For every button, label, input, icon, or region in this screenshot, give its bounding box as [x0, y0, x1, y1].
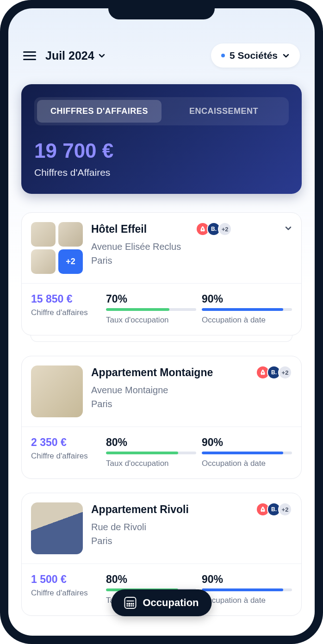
property-card-top: +2Hôtel EffeilB.+2Avenue Elisée ReclusPa… [22, 213, 301, 283]
property-title-row: Appartement RivoliB.+2 [91, 502, 292, 516]
platform-more[interactable]: +2 [218, 222, 232, 236]
progress-fill [202, 308, 283, 311]
summary-amount: 19 700 € [34, 139, 289, 162]
thumbnail [31, 365, 83, 417]
platform-more[interactable]: +2 [278, 365, 292, 379]
property-title: Appartement Montaigne [91, 366, 213, 379]
header: Juil 2024 5 Sociétés [21, 43, 302, 68]
metric: 1 500 €Chiffre d'affaires [31, 573, 100, 605]
property-title-row: Hôtel EffeilB.+2 [91, 222, 292, 236]
month-selector[interactable]: Juil 2024 [45, 49, 106, 62]
metric: 80%Taux d'occupation [106, 436, 196, 468]
card-stack-shadow [31, 335, 292, 342]
property-title: Hôtel Effeil [91, 223, 147, 235]
property-metrics: 2 350 €Chiffre d'affaires80%Taux d'occup… [22, 427, 301, 478]
month-label: Juil 2024 [45, 49, 94, 62]
property-card[interactable]: Appartement MontaigneB.+2Avenue Montaign… [21, 356, 302, 479]
summary-subtitle: Chiffres d'Affaires [34, 167, 289, 178]
metric-label: Taux d'occupation [106, 459, 196, 468]
metric-value: 90% [202, 573, 292, 586]
property-card-top: Appartement MontaigneB.+2Avenue Montaign… [22, 356, 301, 427]
summary-tabs: CHIFFRES D'AFFAIRES ENCAISSEMENT [34, 97, 289, 125]
metric-value: 90% [202, 436, 292, 449]
progress-fill [202, 452, 283, 454]
phone-frame: Juil 2024 5 Sociétés CHIFFRES D'AFFAIRES… [0, 0, 323, 644]
platform-badges: B.+2 [256, 502, 292, 516]
progress-bar [202, 308, 292, 311]
metric-label: Taux d'occupation [106, 316, 196, 325]
summary-card: CHIFFRES D'AFFAIRES ENCAISSEMENT 19 700 … [21, 84, 302, 194]
property-thumbnails: +2 [31, 222, 83, 274]
property-info: Appartement RivoliB.+2Rue de RivoliParis [91, 502, 292, 554]
metric-value: 2 350 € [31, 436, 100, 449]
property-info: Appartement MontaigneB.+2Avenue Montaign… [91, 365, 292, 417]
progress-bar [106, 308, 196, 311]
thumbnail [31, 249, 56, 274]
property-info: Hôtel EffeilB.+2Avenue Elisée ReclusPari… [91, 222, 292, 274]
tab-revenue[interactable]: CHIFFRES D'AFFAIRES [37, 100, 162, 123]
property-title-row: Appartement MontaigneB.+2 [91, 365, 292, 379]
property-address: Rue de RivoliParis [91, 520, 292, 548]
metric-value: 15 850 € [31, 293, 100, 305]
progress-fill [106, 452, 178, 454]
property-list: +2Hôtel EffeilB.+2Avenue Elisée ReclusPa… [21, 212, 302, 616]
metric-label: Chiffre d'affaires [31, 308, 100, 317]
metric: 15 850 €Chiffre d'affaires [31, 293, 100, 325]
metric-label: Occupation à date [202, 316, 292, 325]
metric-value: 80% [106, 573, 196, 586]
calendar-icon [124, 597, 136, 609]
metric-value: 80% [106, 436, 196, 449]
progress-bar [106, 452, 196, 454]
filter-dot-icon [221, 54, 225, 57]
metric: 70%Taux d'occupation [106, 293, 196, 325]
tab-cash[interactable]: ENCAISSEMENT [162, 100, 286, 123]
metric-label: Occupation à date [202, 459, 292, 468]
chevron-down-icon [98, 52, 106, 59]
occupation-label: Occupation [143, 597, 199, 609]
screen: Juil 2024 5 Sociétés CHIFFRES D'AFFAIRES… [8, 8, 315, 636]
chevron-down-icon [282, 52, 290, 59]
thumbnail-more[interactable]: +2 [58, 249, 83, 274]
platform-more[interactable]: +2 [278, 502, 292, 516]
metric: 90%Occupation à date [202, 436, 292, 468]
property-metrics: 15 850 €Chiffre d'affaires70%Taux d'occu… [22, 283, 301, 335]
chevron-down-icon[interactable] [285, 224, 292, 234]
filter-label: 5 Sociétés [230, 50, 278, 61]
metric-value: 90% [202, 293, 292, 305]
platform-badges: B.+2 [256, 365, 292, 379]
metric-value: 1 500 € [31, 573, 100, 586]
metric-value: 70% [106, 293, 196, 305]
metric-label: Chiffre d'affaires [31, 588, 100, 598]
property-title: Appartement Rivoli [91, 503, 189, 516]
metric: 2 350 €Chiffre d'affaires [31, 436, 100, 468]
progress-bar [202, 588, 292, 591]
property-card-top: Appartement RivoliB.+2Rue de RivoliParis [22, 493, 301, 564]
notch [108, 0, 215, 19]
menu-icon[interactable] [23, 51, 36, 60]
occupation-button[interactable]: Occupation [111, 589, 211, 616]
progress-bar [202, 452, 292, 454]
metric: 90%Occupation à date [202, 573, 292, 605]
progress-fill [202, 588, 283, 591]
thumbnail [58, 222, 83, 247]
thumbnail [31, 502, 83, 554]
metric-label: Occupation à date [202, 596, 292, 605]
progress-fill [106, 308, 169, 311]
company-filter[interactable]: 5 Sociétés [211, 43, 300, 68]
metric-label: Chiffre d'affaires [31, 452, 100, 461]
header-left: Juil 2024 [23, 49, 106, 62]
property-address: Avenue Elisée ReclusParis [91, 240, 292, 267]
property-card[interactable]: +2Hôtel EffeilB.+2Avenue Elisée ReclusPa… [21, 212, 302, 335]
platform-badges: B.+2 [196, 222, 232, 236]
metric: 90%Occupation à date [202, 293, 292, 325]
property-address: Avenue MontaigneParis [91, 383, 292, 411]
thumbnail [31, 222, 56, 247]
